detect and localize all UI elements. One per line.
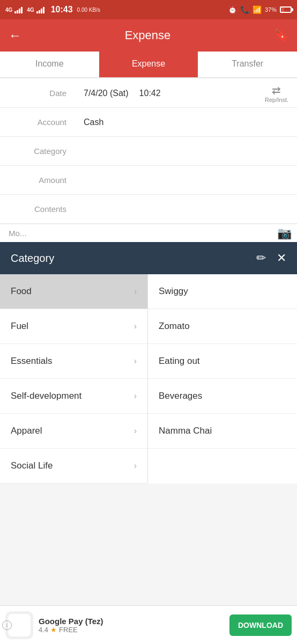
- category-close-button[interactable]: ✕: [277, 251, 286, 265]
- camera-icon[interactable]: 📷: [277, 226, 292, 240]
- contents-row: Contents: [0, 195, 297, 224]
- tab-expense[interactable]: Expense: [99, 52, 198, 77]
- amount-field[interactable]: [75, 175, 297, 186]
- status-bar: 4G 4G 10:43 0.00 KB/s ⏰ 📞 📶 37%: [0, 0, 297, 19]
- more-label: Mo...: [0, 229, 26, 238]
- tab-income[interactable]: Income: [0, 52, 99, 77]
- time-display: 10:43: [51, 5, 73, 14]
- category-apparel-label: Apparel: [11, 426, 42, 436]
- account-label: Account: [0, 112, 75, 132]
- category-label: Category: [0, 141, 75, 161]
- subcategory-item-beverages[interactable]: Beverages: [148, 379, 297, 414]
- category-food-label: Food: [11, 286, 32, 297]
- category-social-life-label: Social Life: [11, 460, 53, 471]
- chevron-right-icon: ›: [134, 391, 137, 401]
- ad-info-icon[interactable]: i: [2, 620, 12, 630]
- chevron-right-icon: ›: [134, 461, 137, 471]
- subcategory-item-zomato[interactable]: Zomato: [148, 309, 297, 344]
- category-fuel-label: Fuel: [11, 321, 28, 332]
- amount-row: Amount: [0, 166, 297, 195]
- page-title: Expense: [125, 28, 171, 42]
- chevron-right-icon: ›: [134, 287, 137, 296]
- subcategory-namma-chai-label: Namma Chai: [159, 426, 212, 436]
- status-left: 4G 4G 10:43 0.00 KB/s: [5, 5, 100, 14]
- category-field[interactable]: [75, 146, 297, 157]
- wifi-icon: 📶: [253, 5, 262, 14]
- app-header: ← Expense 🔖: [0, 19, 297, 52]
- tab-transfer[interactable]: Transfer: [198, 52, 297, 77]
- amount-label: Amount: [0, 170, 75, 190]
- category-item-essentials[interactable]: Essentials ›: [0, 344, 147, 379]
- category-item-fuel[interactable]: Fuel ›: [0, 309, 147, 344]
- expense-form: Date 7/4/20 (Sat) 10:42 ⇄ Rep/Inst. Acco…: [0, 79, 297, 224]
- main-category-list: Food › Fuel › Essentials › Self-developm…: [0, 274, 148, 484]
- category-modal-header: Category ✏ ✕: [0, 242, 297, 274]
- date-row: Date 7/4/20 (Sat) 10:42 ⇄ Rep/Inst.: [0, 79, 297, 108]
- category-essentials-label: Essentials: [11, 356, 52, 367]
- ad-rating: 4.4 ★ FREE: [39, 626, 229, 634]
- subcategory-zomato-label: Zomato: [159, 321, 190, 332]
- ad-download-button[interactable]: DOWNLOAD: [229, 614, 292, 636]
- category-item-self-development[interactable]: Self-development ›: [0, 379, 147, 414]
- rep-inst-button[interactable]: ⇄ Rep/Inst.: [265, 84, 288, 103]
- back-button[interactable]: ←: [9, 28, 21, 43]
- account-row: Account Cash: [0, 108, 297, 137]
- category-item-food[interactable]: Food ›: [0, 274, 147, 309]
- ad-banner: i G Google Pay (Tez) 4.4 ★ FREE DOWNLOAD: [0, 605, 297, 644]
- contents-label: Contents: [0, 199, 75, 219]
- ad-rating-value: 4.4: [39, 626, 48, 634]
- subcategory-item-eating-out[interactable]: Eating out: [148, 344, 297, 379]
- phone-icon: 📞: [240, 5, 249, 14]
- ad-info: Google Pay (Tez) 4.4 ★ FREE: [39, 617, 229, 634]
- category-modal-title: Category: [11, 252, 256, 265]
- ad-app-title: Google Pay (Tez): [39, 617, 229, 626]
- data-speed: 0.00 KB/s: [77, 7, 100, 13]
- battery-percent: 37%: [265, 6, 277, 13]
- status-right: ⏰ 📞 📶 37%: [228, 5, 292, 14]
- tab-bar: Income Expense Transfer: [0, 52, 297, 78]
- star-icon: ★: [50, 626, 57, 634]
- category-modal: Category ✏ ✕ Food › Fuel › Essentials › …: [0, 242, 297, 484]
- category-header-actions: ✏ ✕: [256, 251, 286, 265]
- category-edit-button[interactable]: ✏: [256, 251, 266, 265]
- alarm-icon: ⏰: [228, 5, 237, 14]
- date-label: Date: [0, 83, 75, 103]
- category-container: Food › Fuel › Essentials › Self-developm…: [0, 274, 297, 484]
- category-item-social-life[interactable]: Social Life ›: [0, 449, 147, 484]
- category-self-development-label: Self-development: [11, 391, 81, 401]
- date-value: 7/4/20 (Sat): [84, 89, 129, 98]
- network1-label: 4G: [5, 7, 12, 13]
- subcategory-list: Swiggy Zomato Eating out Beverages Namma…: [148, 274, 297, 484]
- subcategory-item-swiggy[interactable]: Swiggy: [148, 274, 297, 309]
- subcategory-beverages-label: Beverages: [159, 391, 202, 401]
- subcategory-swiggy-label: Swiggy: [159, 286, 188, 297]
- repeat-icon: ⇄: [272, 84, 281, 97]
- signal-bars-1: [14, 6, 23, 13]
- chevron-right-icon: ›: [134, 321, 137, 331]
- network2-label: 4G: [27, 7, 34, 13]
- subcategory-item-namma-chai[interactable]: Namma Chai: [148, 414, 297, 449]
- ad-free-label: FREE: [59, 626, 78, 634]
- category-row: Category: [0, 137, 297, 166]
- more-row: Mo... 📷: [0, 224, 297, 242]
- date-field[interactable]: 7/4/20 (Sat) 10:42: [75, 83, 265, 104]
- rep-inst-label: Rep/Inst.: [265, 97, 288, 103]
- category-item-apparel[interactable]: Apparel ›: [0, 414, 147, 449]
- subcategory-eating-out-label: Eating out: [159, 356, 200, 367]
- chevron-right-icon: ›: [134, 426, 137, 436]
- signal-bars-2: [36, 6, 44, 13]
- time-value: 10:42: [139, 89, 161, 98]
- contents-field[interactable]: [75, 204, 297, 215]
- battery-icon: [280, 6, 292, 13]
- account-field[interactable]: Cash: [75, 112, 297, 133]
- chevron-right-icon: ›: [134, 356, 137, 366]
- bookmark-icon[interactable]: 🔖: [274, 28, 288, 42]
